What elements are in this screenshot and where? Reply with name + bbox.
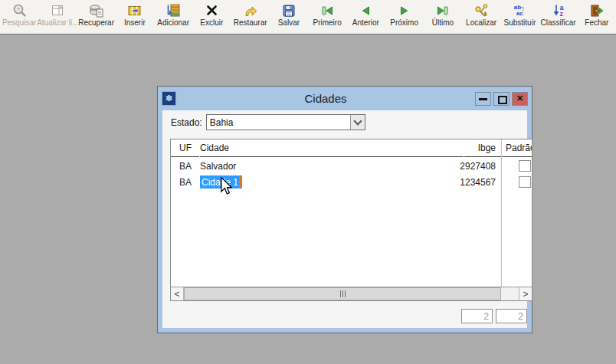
search-icon [12, 2, 27, 18]
toolbar-button-recuperar[interactable]: Recuperar [77, 0, 116, 34]
estado-combobox-value: Bahia [207, 115, 350, 130]
nav-last-icon [435, 2, 451, 18]
scroll-left-button[interactable]: < [171, 287, 184, 300]
scrollbar-thumb[interactable] [184, 287, 501, 300]
toolbar-label: Salvar [278, 18, 300, 28]
cell-padrao [502, 160, 532, 172]
toolbar-button-fechar[interactable]: Fechar [578, 0, 616, 34]
scroll-left-icon: < [174, 289, 179, 300]
maximize-icon [498, 96, 507, 104]
toolbar-button-primeiro[interactable]: Primeiro [308, 0, 346, 34]
toolbar-button-anterior[interactable]: Anterior [346, 0, 385, 34]
toolbar-button-salvar[interactable]: Salvar [270, 0, 308, 34]
nav-previous-icon [359, 2, 372, 18]
toolbar-label: Anterior [352, 18, 379, 28]
toolbar-label: Substituir [504, 18, 536, 28]
toolbar-label: Pesquisar [2, 18, 36, 28]
cell-cidade-selected[interactable]: Cidade 1 [200, 175, 464, 189]
restore-arrow-icon [243, 2, 258, 18]
toolbar-label: Atualizar li... [37, 18, 78, 28]
record-total-field: 2 [496, 309, 527, 323]
cell-padrao [502, 176, 532, 188]
cities-grid: UF Cidade Ibge Padrão BA Salvador 292740… [170, 139, 532, 301]
thumb-grip-icon [342, 290, 343, 297]
scrollbar-track[interactable] [501, 287, 519, 300]
column-header-uf: UF [171, 139, 199, 157]
delete-x-icon [205, 2, 218, 18]
toolbar-button-proximo[interactable]: Próximo [385, 0, 424, 34]
toolbar-button-adicionar[interactable]: Adicionar [154, 0, 192, 34]
sort-az-icon: az [553, 2, 564, 18]
toolbar-label: Adicionar [157, 18, 189, 28]
system-glyph: ✽ [165, 93, 172, 103]
window-title: Cidades [176, 92, 475, 105]
selected-cell-text: Cidade 1 [202, 177, 238, 188]
cell-cidade[interactable]: Salvador [200, 161, 464, 172]
column-header-padrao: Padrão [502, 139, 532, 157]
toolbar-label: Recuperar [78, 18, 114, 28]
padrao-checkbox[interactable] [519, 160, 531, 172]
dialog-content: Estado: Bahia UF Cidade Ibge Padrão BA S… [162, 110, 527, 328]
toolbar-label: Classificar [541, 18, 576, 28]
cidades-window: ✽ Cidades ✕ Estado: Bahia UF Cidade Ibge [157, 86, 532, 333]
scroll-right-icon: > [523, 289, 528, 300]
toolbar-button-localizar[interactable]: Localizar [462, 0, 500, 34]
toolbar-label: Fechar [585, 18, 608, 28]
recover-database-icon [89, 2, 104, 18]
chevron-down-icon [353, 116, 362, 125]
minimize-icon [479, 98, 487, 100]
cell-ibge[interactable]: 2927408 [464, 161, 501, 172]
estado-label: Estado: [171, 117, 202, 128]
horizontal-scrollbar[interactable]: < > [171, 287, 532, 300]
estado-combobox[interactable]: Bahia [206, 114, 365, 130]
column-header-cidade: Cidade [200, 139, 464, 157]
combo-dropdown-button[interactable] [350, 115, 365, 130]
table-row[interactable]: BA Cidade 1 1234567 [171, 174, 532, 190]
cell-uf[interactable]: BA [171, 161, 199, 172]
window-controls: ✕ [475, 92, 528, 106]
find-keys-icon [473, 2, 489, 18]
toolbar-label: Excluir [200, 18, 223, 28]
toolbar-button-substituir[interactable]: ab┐ac Substituir [500, 0, 539, 34]
toolbar-label: Inserir [124, 18, 146, 28]
grid-header: UF Cidade Ibge Padrão [171, 139, 532, 157]
refresh-list-icon [51, 2, 65, 18]
replace-text-icon: ab┐ac [514, 2, 526, 18]
toolbar-button-restaurar[interactable]: Restaurar [231, 0, 270, 34]
main-toolbar: Pesquisar Atualizar li... Recuperar Inse… [0, 0, 616, 34]
toolbar-button-classificar[interactable]: az Classificar [539, 0, 578, 34]
exit-door-icon [589, 2, 604, 18]
table-row[interactable]: BA Salvador 2927408 [171, 158, 532, 174]
toolbar-label: Primeiro [313, 18, 342, 28]
toolbar-label: Restaurar [234, 18, 267, 28]
save-floppy-icon [282, 2, 296, 18]
nav-next-icon [398, 2, 411, 18]
cell-uf[interactable]: BA [171, 177, 199, 188]
text-caret [239, 176, 241, 188]
thumb-grip-icon [345, 290, 346, 297]
record-position-field: 2 [461, 309, 493, 323]
nav-first-icon [319, 2, 335, 18]
add-row-icon [165, 2, 181, 18]
toolbar-button-pesquisar: Pesquisar [0, 0, 38, 34]
estado-row: Estado: Bahia [171, 114, 365, 130]
window-system-icon: ✽ [162, 91, 176, 106]
toolbar-label: Próximo [390, 18, 418, 28]
close-button[interactable]: ✕ [512, 92, 528, 106]
window-titlebar[interactable]: ✽ Cidades ✕ [158, 87, 532, 110]
minimize-button[interactable] [475, 92, 491, 106]
close-icon: ✕ [516, 94, 523, 103]
insert-row-icon [127, 2, 143, 18]
toolbar-button-excluir[interactable]: Excluir [192, 0, 231, 34]
toolbar-button-atualizar: Atualizar li... [38, 0, 77, 34]
padrao-checkbox[interactable] [519, 176, 531, 188]
cell-ibge[interactable]: 1234567 [464, 177, 501, 188]
scroll-right-button[interactable]: > [519, 287, 532, 300]
column-header-ibge: Ibge [464, 139, 501, 157]
toolbar-label: Localizar [466, 18, 496, 28]
maximize-button[interactable] [493, 92, 510, 106]
toolbar-label: Último [432, 18, 454, 28]
toolbar-button-ultimo[interactable]: Último [424, 0, 462, 34]
thumb-grip-icon [340, 290, 341, 297]
toolbar-button-inserir[interactable]: Inserir [116, 0, 154, 34]
